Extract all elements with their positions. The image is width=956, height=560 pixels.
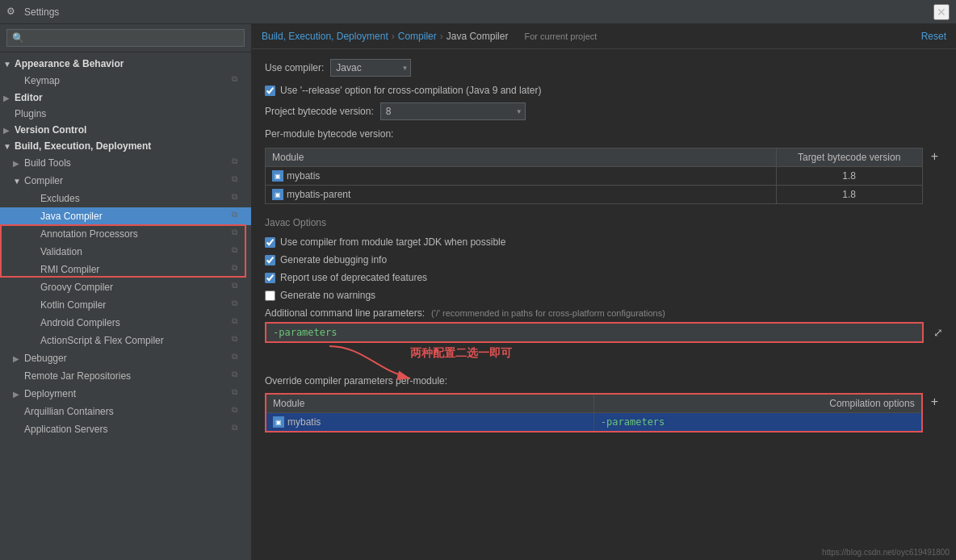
add-override-button[interactable]: + xyxy=(926,393,943,411)
sidebar-item-app-servers[interactable]: Application Servers ⧉ xyxy=(0,420,251,438)
javac-option-checkbox[interactable] xyxy=(265,290,275,301)
annotation-text: 两种配置二选一即可 xyxy=(410,346,512,361)
sidebar-item-rmi-compiler[interactable]: RMI Compiler ⧉ xyxy=(0,261,251,278)
copy-icon: ⧉ xyxy=(232,157,245,169)
watermark: https://blog.csdn.net/oyc619491800 xyxy=(822,548,950,557)
sidebar-item-label: Plugins xyxy=(15,108,245,119)
sidebar-item-actionscript[interactable]: ActionScript & Flex Compiler ⧉ xyxy=(0,332,251,349)
copy-icon: ⧉ xyxy=(232,352,245,365)
copy-icon: ⧉ xyxy=(232,192,245,205)
version-col-header: Target bytecode version xyxy=(777,148,922,166)
sidebar-item-excludes[interactable]: Excludes ⧉ xyxy=(0,190,251,207)
use-compiler-select[interactable]: Javac xyxy=(330,59,411,77)
sidebar-item-label: RMI Compiler xyxy=(40,264,229,275)
copy-icon: ⧉ xyxy=(232,245,245,258)
sidebar-item-label: Validation xyxy=(40,246,229,257)
table-row[interactable]: ▣ mybatis-parent 1.8 xyxy=(266,186,922,203)
sidebar-item-label: ActionScript & Flex Compiler xyxy=(40,335,229,346)
javac-option-checkbox[interactable] xyxy=(265,255,275,265)
sidebar-item-label: Remote Jar Repositories xyxy=(24,370,229,382)
for-current-project: For current project xyxy=(524,31,597,41)
sidebar-item-version-control[interactable]: ▶ Version Control xyxy=(0,122,251,138)
module-name-cell: ▣ mybatis-parent xyxy=(266,186,777,203)
sidebar-item-label: Kotlin Compiler xyxy=(40,299,229,311)
use-compiler-row: Use compiler: Javac xyxy=(265,59,943,77)
sidebar-item-label: Keymap xyxy=(24,75,229,86)
use-release-checkbox[interactable] xyxy=(265,86,275,96)
close-button[interactable]: ✕ xyxy=(933,4,950,20)
sidebar-item-label: Android Compilers xyxy=(40,317,229,328)
sidebar-item-label: Groovy Compiler xyxy=(40,282,229,293)
annotation-arrow-svg xyxy=(313,338,475,387)
sidebar-item-kotlin-compiler[interactable]: Kotlin Compiler ⧉ xyxy=(0,296,251,314)
sidebar-item-annotation-processors[interactable]: Annotation Processors ⧉ xyxy=(0,225,251,243)
sidebar-item-keymap[interactable]: Keymap ⧉ xyxy=(0,72,251,90)
sidebar-item-remote-jar[interactable]: Remote Jar Repositories ⧉ xyxy=(0,367,251,385)
override-compilation-header: Compilation options xyxy=(594,395,921,412)
expand-arrow: ▼ xyxy=(3,60,15,69)
search-input[interactable] xyxy=(6,29,245,47)
use-release-row: Use '--release' option for cross-compila… xyxy=(265,85,943,96)
sidebar-item-label: Debugger xyxy=(24,353,229,364)
expand-arrow: ▶ xyxy=(13,159,24,168)
bytecode-version-select-wrapper[interactable]: 8 xyxy=(380,102,526,120)
sidebar-item-build-execution[interactable]: ▼ Build, Execution, Deployment xyxy=(0,138,251,154)
table-row[interactable]: ▣ mybatis 1.8 xyxy=(266,167,922,186)
sidebar-item-plugins[interactable]: Plugins xyxy=(0,106,251,122)
bytecode-version-select[interactable]: 8 xyxy=(380,102,526,120)
sidebar-item-label: Java Compiler xyxy=(40,211,229,222)
override-module-cell: ▣ mybatis xyxy=(266,413,594,431)
javac-option-label: Generate no warnings xyxy=(280,290,375,301)
module-table: Module Target bytecode version ▣ mybatis… xyxy=(265,148,923,204)
copy-icon: ⧉ xyxy=(232,263,245,276)
expand-arrow: ▶ xyxy=(3,94,15,102)
sidebar-item-validation[interactable]: Validation ⧉ xyxy=(0,243,251,261)
module-table-section: Module Target bytecode version ▣ mybatis… xyxy=(265,148,943,217)
sidebar-item-arquillian[interactable]: Arquillian Containers ⧉ xyxy=(0,403,251,420)
reset-link[interactable]: Reset xyxy=(921,31,946,42)
use-compiler-select-wrapper[interactable]: Javac xyxy=(330,59,411,77)
sidebar-item-compiler[interactable]: ▼ Compiler ⧉ xyxy=(0,172,251,190)
sidebar-item-android-compilers[interactable]: Android Compilers ⧉ xyxy=(0,314,251,332)
javac-option-label: Use compiler from module target JDK when… xyxy=(280,236,505,248)
sidebar-item-debugger[interactable]: ▶ Debugger ⧉ xyxy=(0,349,251,367)
breadcrumb-link-1[interactable]: Build, Execution, Deployment xyxy=(262,31,388,42)
sidebar-item-label: Compiler xyxy=(24,175,229,186)
expand-arrow: ▶ xyxy=(13,390,24,399)
copy-icon: ⧉ xyxy=(232,316,245,329)
expand-arrow: ▼ xyxy=(13,177,24,186)
title-bar: ⚙ Settings ✕ xyxy=(0,0,956,24)
sidebar-item-appearance[interactable]: ▼ Appearance & Behavior xyxy=(0,56,251,72)
javac-option-checkbox[interactable] xyxy=(265,237,275,248)
bytecode-version-label: Project bytecode version: xyxy=(265,106,374,117)
sidebar-item-groovy-compiler[interactable]: Groovy Compiler ⧉ xyxy=(0,278,251,296)
add-module-button[interactable]: + xyxy=(926,148,943,165)
override-table-row[interactable]: ▣ mybatis -parameters xyxy=(266,413,921,431)
content-header: Build, Execution, Deployment › Compiler … xyxy=(252,24,956,49)
sidebar-item-editor[interactable]: ▶ Editor xyxy=(0,90,251,106)
additional-params-row: Additional command line parameters: ('/'… xyxy=(265,307,943,319)
copy-icon: ⧉ xyxy=(232,74,245,87)
expand-cmd-button[interactable]: ⤢ xyxy=(933,326,943,339)
sidebar-item-label: Build Tools xyxy=(24,157,229,169)
copy-icon: ⧉ xyxy=(232,228,245,240)
sidebar-item-deployment[interactable]: ▶ Deployment ⧉ xyxy=(0,385,251,403)
copy-icon: ⧉ xyxy=(232,405,245,418)
module-icon: ▣ xyxy=(272,170,283,182)
override-options-cell: -parameters xyxy=(594,413,921,431)
javac-option-label: Generate debugging info xyxy=(280,254,387,265)
javac-option-row: Generate debugging info xyxy=(265,254,943,265)
sidebar-item-build-tools[interactable]: ▶ Build Tools ⧉ xyxy=(0,154,251,172)
sidebar-item-java-compiler[interactable]: Java Compiler ⧉ xyxy=(0,207,251,225)
sidebar-item-label: Build, Execution, Deployment xyxy=(15,140,245,152)
content-area: Build, Execution, Deployment › Compiler … xyxy=(252,24,956,560)
copy-icon: ⧉ xyxy=(232,281,245,294)
module-col-header: Module xyxy=(266,148,777,166)
additional-params-hint: ('/' recommended in paths for cross-plat… xyxy=(431,308,665,318)
expand-arrow: ▶ xyxy=(3,126,15,135)
sidebar-item-label: Arquillian Containers xyxy=(24,406,229,417)
sidebar-tree: ▼ Appearance & Behavior Keymap ⧉ ▶ Edito… xyxy=(0,52,251,560)
sidebar-item-label: Version Control xyxy=(15,124,245,136)
javac-option-checkbox[interactable] xyxy=(265,273,275,283)
breadcrumb-link-2[interactable]: Compiler xyxy=(398,31,437,42)
